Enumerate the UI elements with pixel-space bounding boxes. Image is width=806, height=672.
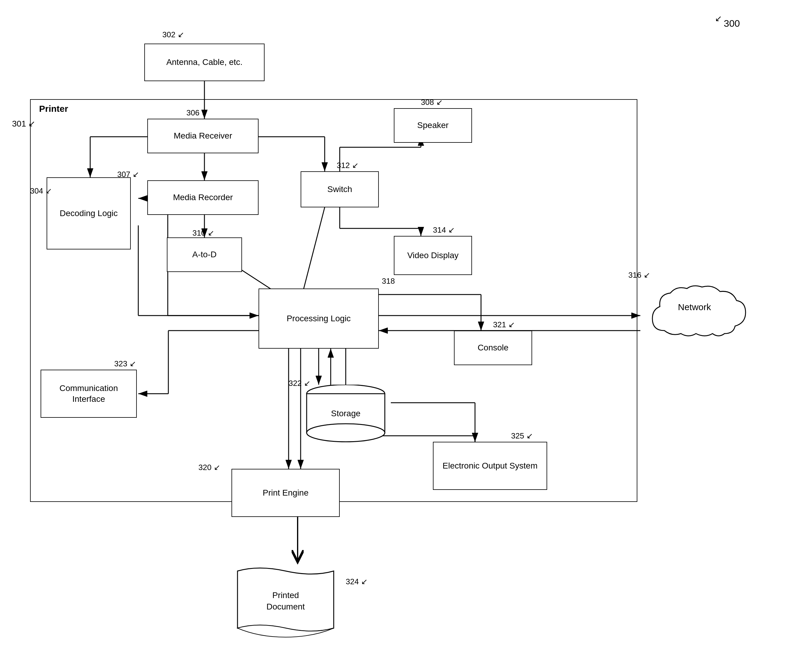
switch-label: Switch	[327, 184, 352, 195]
storage-container: Storage	[301, 385, 391, 446]
a-to-d-label: A-to-D	[192, 249, 217, 260]
media-recorder-box: Media Recorder	[147, 180, 259, 215]
a-to-d-box: A-to-D	[167, 238, 242, 272]
processing-logic-label: Processing Logic	[286, 313, 350, 324]
console-label: Console	[478, 342, 509, 353]
network-cloud: Network	[640, 282, 751, 348]
decoding-logic-label: Decoding Logic	[59, 208, 117, 219]
console-box: Console	[454, 330, 532, 365]
network-label: Network	[664, 302, 725, 312]
ref-312: 312 ↙	[337, 161, 358, 170]
decoding-logic-box: Decoding Logic	[46, 177, 131, 249]
switch-box: Switch	[301, 171, 379, 207]
ref-321: 321 ↙	[493, 320, 515, 329]
svg-text:Document: Document	[266, 602, 305, 611]
ref-308: 308 ↙	[421, 98, 443, 107]
media-receiver-label: Media Receiver	[174, 130, 232, 141]
arrow-300: ↙	[715, 13, 722, 23]
printer-label: Printer	[39, 104, 68, 114]
print-engine-box: Print Engine	[231, 469, 340, 517]
video-display-label: Video Display	[407, 250, 459, 261]
print-engine-label: Print Engine	[263, 487, 309, 498]
processing-logic-box: Processing Logic	[259, 289, 379, 348]
ref-316: 316 ↙	[628, 271, 650, 280]
svg-point-41	[307, 424, 385, 442]
speaker-box: Speaker	[394, 108, 472, 143]
svg-text:Printed: Printed	[273, 591, 299, 600]
ref-301: 301 ↙	[12, 119, 35, 129]
speaker-label: Speaker	[417, 120, 449, 131]
electronic-output-box: Electronic Output System	[433, 442, 547, 490]
ref-318: 318	[382, 276, 395, 286]
ref-322: 322 ↙	[289, 379, 311, 388]
comm-interface-label: Communication Interface	[44, 383, 133, 405]
diagram: 300 ↙ Antenna, Cable, etc. 302 ↙ Printer…	[0, 0, 806, 672]
ref-323: 323 ↙	[114, 359, 136, 368]
ref-306: 306 ↙	[187, 108, 208, 117]
printed-doc-container: Printed Document	[231, 562, 340, 647]
svg-text:Storage: Storage	[331, 409, 360, 418]
electronic-output-label: Electronic Output System	[443, 461, 538, 471]
media-recorder-label: Media Recorder	[173, 192, 233, 203]
ref-300: 300	[724, 18, 740, 29]
ref-310: 310 ↙	[192, 228, 214, 238]
antenna-box: Antenna, Cable, etc.	[144, 44, 264, 81]
comm-interface-box: Communication Interface	[41, 370, 137, 418]
media-receiver-box: Media Receiver	[147, 119, 259, 153]
ref-320: 320 ↙	[198, 463, 220, 472]
ref-325: 325 ↙	[511, 431, 533, 441]
ref-314: 314 ↙	[433, 225, 455, 235]
ref-304: 304 ↙	[30, 187, 52, 196]
video-display-box: Video Display	[394, 236, 472, 275]
ref-302: 302 ↙	[162, 30, 184, 40]
ref-324: 324 ↙	[346, 577, 368, 586]
antenna-label: Antenna, Cable, etc.	[166, 57, 243, 68]
